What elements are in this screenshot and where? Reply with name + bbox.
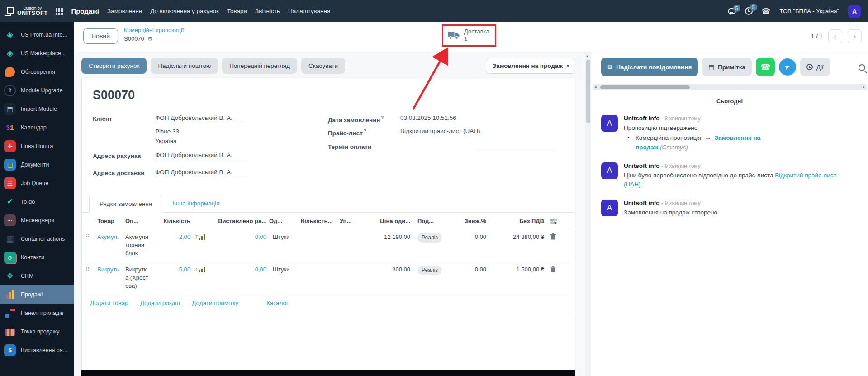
company-name[interactable]: ТОВ "БПЛА - Україна" (780, 8, 839, 14)
sidebar-item-module-upgrade[interactable]: ⇧ Module Upgrade (0, 81, 74, 100)
forecast-chart-icon[interactable] (199, 234, 205, 240)
activities-icon[interactable]: 5 (745, 7, 753, 15)
message-author[interactable]: Unitsoft info (624, 200, 659, 206)
uom-value[interactable]: Штуки (269, 233, 301, 241)
messages-icon[interactable]: 5 (728, 8, 736, 14)
unitsoft-logo[interactable]: Custom by UNITSOFT (5, 6, 47, 16)
uom-value[interactable]: Штуки (269, 266, 301, 274)
sidebar-item-crm[interactable]: ❖ CRM (0, 267, 74, 285)
unit-price[interactable]: 12 190,00 (366, 233, 413, 241)
sidebar-item-todo[interactable]: ✔ To-do (0, 192, 74, 211)
catalog-link[interactable]: Каталог (266, 300, 289, 306)
create-invoice-button[interactable]: Створити рахунок (81, 58, 147, 74)
delete-line-icon[interactable] (547, 233, 562, 240)
col-invoiced[interactable]: Виставлено ра... (215, 217, 269, 225)
send-by-email-button[interactable]: Надіслати поштою (151, 58, 218, 74)
col-qty2[interactable]: Кількість... (301, 217, 340, 225)
tax-badge[interactable]: Реаліз (417, 266, 442, 275)
invoiced-qty[interactable]: 0,00 (215, 266, 269, 274)
avatar[interactable]: A (601, 200, 618, 216)
delivery-smart-button[interactable]: Доставка 1 (442, 24, 496, 47)
sidebar-item-nova-poshta[interactable]: ✛ Нова Пошта (0, 137, 74, 155)
line-description[interactable]: Викрутка (Хрестова) (125, 266, 152, 290)
add-product-link[interactable]: Додати товар (90, 300, 128, 306)
cancel-button[interactable]: Скасувати (301, 58, 345, 74)
col-quantity[interactable]: Кількість (152, 217, 193, 225)
menu-reporting[interactable]: Звітність (255, 8, 280, 14)
quantity-field[interactable]: 5,00 (152, 266, 193, 274)
sidebar-item-contacts[interactable]: ☺ Контакти (0, 248, 74, 267)
delivery-address-field[interactable]: ФОП Добровольський В. А. (155, 169, 246, 177)
sidebar-item-calendar[interactable]: 31 Календар (0, 118, 74, 137)
gear-icon[interactable]: ⚙ (147, 35, 153, 43)
sidebar-item-import-module[interactable]: ▤ Import Module (0, 100, 74, 118)
scroll-right-icon[interactable]: ▸ (863, 85, 865, 89)
scrollbar-thumb[interactable] (586, 60, 590, 123)
telegram-button[interactable]: ➤ (779, 58, 796, 76)
sidebar-item-messengers[interactable]: ⋯ Месенджери (0, 211, 74, 229)
sidebar-item-invoicing[interactable]: $ Виставлення ра... (0, 341, 74, 359)
quantity-field[interactable]: 2,00 (152, 233, 193, 241)
menu-to-invoice[interactable]: До включення у рахунок (150, 8, 219, 14)
breadcrumb-parent-link[interactable]: Комерційні пропозиції (124, 26, 184, 35)
pricelist-field[interactable]: Відкритий прайс-лист (UAH) (400, 128, 480, 137)
discount-value[interactable]: 0,00 (452, 266, 489, 274)
whatsapp-button[interactable]: ☎ (756, 58, 775, 76)
unit-price[interactable]: 300,00 (366, 266, 413, 274)
line-description[interactable]: Акумуляторний блок (125, 233, 152, 258)
delete-line-icon[interactable] (547, 266, 562, 272)
scrollbar-thumb[interactable] (600, 85, 690, 89)
product-link[interactable]: Акумул: (97, 233, 125, 241)
pager-next-button[interactable]: › (848, 29, 862, 43)
col-unit-price[interactable]: Ціна оди... (366, 217, 413, 225)
sidebar-item-us-marketplace[interactable]: ◈ US Marketplace... (0, 44, 74, 62)
scroll-left-icon[interactable]: ◂ (594, 85, 597, 89)
current-app-name[interactable]: Продажі (71, 7, 99, 15)
vertical-scrollbar[interactable]: ▴ (585, 52, 591, 376)
horizontal-scrollbar[interactable]: ◂ ▸ (593, 84, 867, 90)
message-author[interactable]: Unitsoft info (624, 162, 659, 169)
col-product[interactable]: Товар (97, 217, 125, 225)
menu-settings[interactable]: Налаштування (288, 8, 330, 14)
log-note-button[interactable]: ▤ Примітка (702, 58, 752, 76)
search-icon[interactable] (859, 64, 865, 71)
menu-orders[interactable]: Замовлення (107, 8, 142, 14)
col-description[interactable]: Оп... (125, 217, 152, 225)
message-author[interactable]: Unitsoft info (624, 115, 659, 122)
tab-order-lines[interactable]: Рядки замовлення (89, 195, 162, 213)
avatar[interactable]: A (601, 162, 618, 179)
menu-products[interactable]: Товари (227, 8, 247, 14)
sidebar-item-documents[interactable]: ▤ Документи (0, 155, 74, 174)
availability-icon[interactable]: ↺ (193, 266, 198, 274)
sidebar-item-us-promua[interactable]: ◈ US Prom.ua Inte... (0, 25, 74, 44)
client-field[interactable]: ФОП Добровольський В. А. (155, 114, 246, 123)
send-message-button[interactable]: ✉ Надіслати повідомлення (601, 58, 698, 76)
invoice-address-field[interactable]: ФОП Добровольський В. А. (155, 152, 246, 160)
order-date-field[interactable]: 03.03.2025 10:51:56 (400, 114, 456, 124)
sidebar-item-dashboards[interactable]: Панелі приладів (0, 304, 74, 322)
sidebar-item-container-actions[interactable]: ▦ Container actions (0, 229, 74, 248)
pager-prev-button[interactable]: ‹ (828, 29, 842, 43)
status-dropdown[interactable]: Замовлення на продаж ▾ (486, 58, 575, 74)
col-pack[interactable]: Уп... (340, 217, 366, 225)
avatar[interactable]: A (601, 115, 618, 132)
payment-terms-field[interactable] (476, 149, 556, 149)
sidebar-item-discuss[interactable]: Обговорення (0, 62, 74, 81)
phone-icon[interactable]: ☎ (762, 7, 771, 15)
product-link[interactable]: Викруть (97, 266, 125, 274)
apps-menu-icon[interactable] (56, 8, 63, 15)
optional-columns-icon[interactable] (547, 218, 562, 224)
invoiced-qty[interactable]: 0,00 (215, 233, 269, 241)
forecast-chart-icon[interactable] (199, 267, 205, 272)
sidebar-item-job-queue[interactable]: ☰ Job Queue (0, 174, 74, 192)
sidebar-item-pos[interactable]: Точка продажу (0, 322, 74, 341)
sidebar-item-sales[interactable]: Продажі (0, 285, 74, 304)
preview-button[interactable]: Попередній перегляд (222, 58, 297, 74)
availability-icon[interactable]: ↺ (193, 233, 198, 241)
col-subtotal[interactable]: Без ПДВ (489, 217, 547, 225)
drag-handle[interactable]: ⠿ (85, 266, 97, 274)
new-button[interactable]: Новий (83, 28, 118, 44)
user-avatar[interactable]: A (848, 5, 861, 18)
tab-other-info[interactable]: Інша інформація (162, 195, 230, 212)
col-discount[interactable]: Зниж.% (452, 217, 489, 225)
